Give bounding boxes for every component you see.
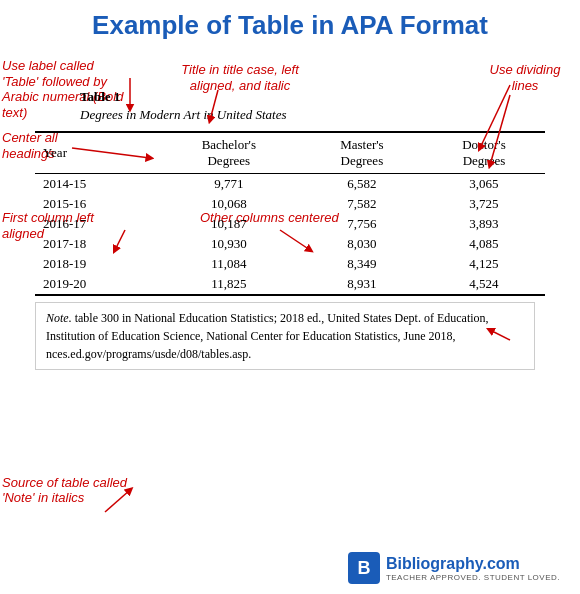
page-title: Example of Table in APA Format: [20, 10, 560, 41]
table-cell: 11,084: [157, 254, 301, 274]
table-cell: 2014-15: [35, 174, 157, 195]
table-cell: 7,582: [301, 194, 423, 214]
table-cell: 10,187: [157, 214, 301, 234]
table-row: 2017-1810,9308,0304,085: [35, 234, 545, 254]
table-cell: 4,085: [423, 234, 545, 254]
table-cell: 7,756: [301, 214, 423, 234]
table-header-row: Year Bachelor'sDegrees Master'sDegrees D…: [35, 132, 545, 174]
col-header-year: Year: [35, 132, 157, 174]
table-cell: 8,030: [301, 234, 423, 254]
table-cell: 10,068: [157, 194, 301, 214]
table-cell: 9,771: [157, 174, 301, 195]
brand-footer: B Bibliography.com Teacher Approved. Stu…: [348, 552, 560, 584]
table-cell: 10,930: [157, 234, 301, 254]
note-italic-label: Note.: [46, 311, 72, 325]
apa-table: Year Bachelor'sDegrees Master'sDegrees D…: [35, 131, 545, 296]
table-cell: 8,349: [301, 254, 423, 274]
table-row: 2019-2011,8258,9314,524: [35, 274, 545, 295]
table-cell: 4,125: [423, 254, 545, 274]
table-row: 2018-1911,0848,3494,125: [35, 254, 545, 274]
table-row: 2016-1710,1877,7563,893: [35, 214, 545, 234]
table-section: Table 1 Degrees in Modern Art in United …: [20, 89, 560, 370]
brand-icon: B: [348, 552, 380, 584]
brand-text-block: Bibliography.com Teacher Approved. Stude…: [386, 555, 560, 582]
table-cell: 3,725: [423, 194, 545, 214]
annotation-note-label: Source of table called 'Note' in italics: [2, 475, 142, 506]
table-cell: 8,931: [301, 274, 423, 295]
table-cell: 6,582: [301, 174, 423, 195]
table-cell: 3,065: [423, 174, 545, 195]
table-cell: 2015-16: [35, 194, 157, 214]
table-cell: 2017-18: [35, 234, 157, 254]
table-cell: 11,825: [157, 274, 301, 295]
table-cell: 2018-19: [35, 254, 157, 274]
note-section: Note. table 300 in National Education St…: [35, 302, 535, 370]
table-body: 2014-159,7716,5823,0652015-1610,0687,582…: [35, 174, 545, 296]
note-content: table 300 in National Education Statisti…: [46, 311, 489, 361]
col-header-doctor: Doctor'sDegrees: [423, 132, 545, 174]
table-cell: 3,893: [423, 214, 545, 234]
page-wrapper: Example of Table in APA Format Use label…: [0, 0, 580, 594]
table-title: Degrees in Modern Art in United States: [20, 107, 560, 123]
svg-text:B: B: [357, 558, 370, 578]
table-row: 2014-159,7716,5823,065: [35, 174, 545, 195]
table-cell: 2016-17: [35, 214, 157, 234]
table-cell: 4,524: [423, 274, 545, 295]
table-wrapper: Year Bachelor'sDegrees Master'sDegrees D…: [20, 131, 560, 296]
table-row: 2015-1610,0687,5823,725: [35, 194, 545, 214]
col-header-bachelor: Bachelor'sDegrees: [157, 132, 301, 174]
table-cell: 2019-20: [35, 274, 157, 295]
col-header-master: Master'sDegrees: [301, 132, 423, 174]
table-label: Table 1: [20, 89, 560, 105]
brand-name: Bibliography.com: [386, 555, 560, 573]
brand-tagline: Teacher Approved. Student Loved.: [386, 573, 560, 582]
